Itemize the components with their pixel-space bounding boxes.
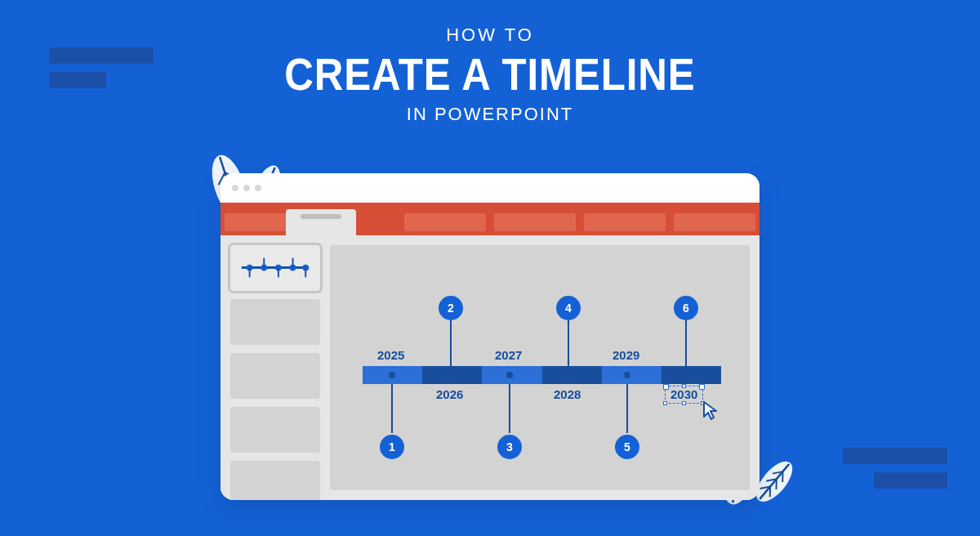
timeline-year-selected[interactable]: 2030 [665,386,703,404]
window-titlebar [220,173,760,203]
timeline-year: 2025 [377,348,404,362]
timeline-marker[interactable]: 3 [497,435,522,459]
slide-thumbnail[interactable] [230,407,320,453]
timeline-year: 2029 [612,348,639,362]
ribbon-segment[interactable] [584,213,666,231]
slide-thumbnail[interactable] [230,299,320,345]
timeline-marker[interactable]: 5 [615,435,639,459]
ribbon-segment[interactable] [674,213,755,231]
timeline-dot-icon [683,372,689,378]
timeline-stem [391,384,393,433]
timeline-year: 2027 [495,348,522,362]
timeline-marker[interactable]: 1 [380,435,404,459]
powerpoint-window: 2025 2026 2027 2028 2029 2030 1 2 3 [220,173,760,500]
slide-thumbnails [230,245,320,490]
timeline-dot-icon [389,372,395,378]
timeline-dot-icon [565,372,572,378]
ribbon-active-tab[interactable] [286,209,356,235]
timeline-stem [509,384,510,433]
timeline-stem [685,317,687,366]
timeline-marker[interactable]: 4 [556,296,581,320]
timeline-track [363,366,721,384]
ribbon-segment[interactable] [404,213,486,231]
title-line-2: CREATE A TIMELINE [284,47,695,100]
title-line-1: HOW TO [0,25,980,46]
timeline-marker[interactable]: 6 [674,296,698,320]
window-control-dot-icon [232,185,238,191]
window-control-dot-icon [255,185,261,191]
timeline-stem [626,384,628,433]
timeline-dot-icon [448,372,454,378]
timeline-stem [568,317,569,366]
slide-thumbnail-active[interactable] [230,245,320,291]
decorative-bars-bottom-right [810,448,947,489]
slide-thumbnail[interactable] [230,461,320,500]
page-title: HOW TO CREATE A TIMELINE IN POWERPOINT [0,25,980,125]
timeline-stem [450,317,452,366]
ribbon-segment[interactable] [494,213,576,231]
slide-canvas[interactable]: 2025 2026 2027 2028 2029 2030 1 2 3 [330,245,750,490]
ribbon-bar [220,203,760,235]
window-control-dot-icon [243,185,250,191]
timeline-dot-icon [624,372,630,378]
workspace: 2025 2026 2027 2028 2029 2030 1 2 3 [220,235,760,500]
slide-thumbnail[interactable] [230,353,320,399]
timeline-marker[interactable]: 2 [439,296,463,320]
timeline-year: 2026 [436,387,463,401]
cursor-icon [702,400,720,425]
timeline-year: 2028 [554,387,581,401]
title-line-3: IN POWERPOINT [0,104,980,125]
timeline-dot-icon [506,372,513,378]
